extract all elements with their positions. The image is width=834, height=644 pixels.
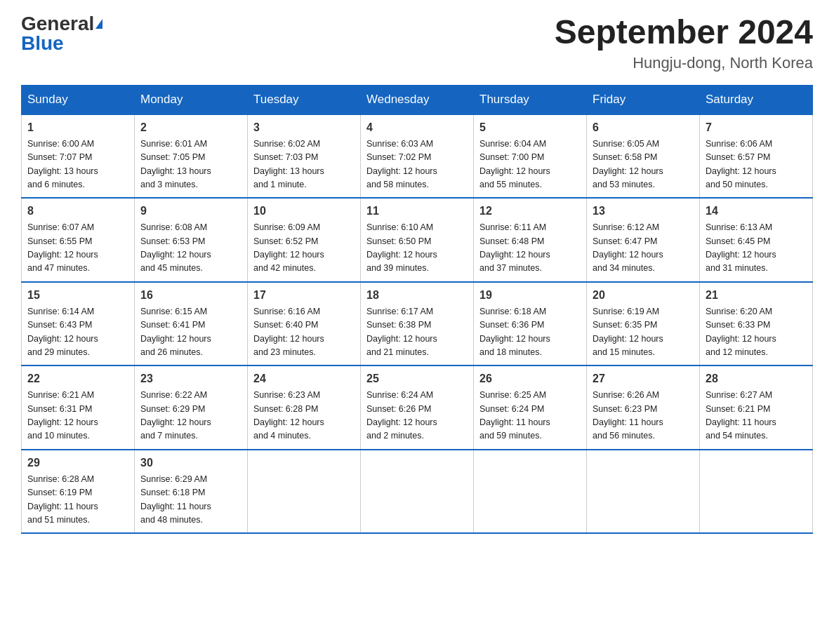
header-wednesday: Wednesday	[361, 85, 474, 114]
calendar-cell: 30Sunrise: 6:29 AM Sunset: 6:18 PM Dayli…	[135, 450, 248, 534]
calendar-cell: 10Sunrise: 6:09 AM Sunset: 6:52 PM Dayli…	[248, 198, 361, 282]
day-info: Sunrise: 6:20 AM Sunset: 6:33 PM Dayligh…	[706, 305, 807, 360]
day-info: Sunrise: 6:08 AM Sunset: 6:53 PM Dayligh…	[140, 221, 241, 276]
logo-general: General	[21, 14, 94, 34]
calendar-cell	[248, 450, 361, 534]
calendar-week-row: 8Sunrise: 6:07 AM Sunset: 6:55 PM Daylig…	[22, 198, 813, 282]
day-info: Sunrise: 6:01 AM Sunset: 7:05 PM Dayligh…	[140, 137, 241, 192]
calendar-cell: 28Sunrise: 6:27 AM Sunset: 6:21 PM Dayli…	[700, 365, 813, 450]
calendar-cell: 22Sunrise: 6:21 AM Sunset: 6:31 PM Dayli…	[22, 365, 135, 450]
day-info: Sunrise: 6:25 AM Sunset: 6:24 PM Dayligh…	[479, 389, 581, 443]
day-number: 19	[479, 287, 581, 304]
day-number: 4	[366, 119, 468, 136]
day-info: Sunrise: 6:17 AM Sunset: 6:38 PM Dayligh…	[366, 305, 468, 360]
day-info: Sunrise: 6:02 AM Sunset: 7:03 PM Dayligh…	[253, 137, 355, 192]
day-number: 23	[140, 370, 241, 387]
calendar-week-row: 29Sunrise: 6:28 AM Sunset: 6:19 PM Dayli…	[22, 450, 813, 534]
calendar-cell: 24Sunrise: 6:23 AM Sunset: 6:28 PM Dayli…	[248, 365, 361, 450]
day-number: 3	[253, 119, 355, 136]
day-info: Sunrise: 6:03 AM Sunset: 7:02 PM Dayligh…	[366, 137, 468, 192]
day-info: Sunrise: 6:13 AM Sunset: 6:45 PM Dayligh…	[706, 221, 807, 276]
calendar-cell	[700, 450, 813, 534]
calendar-header-row: SundayMondayTuesdayWednesdayThursdayFrid…	[22, 85, 813, 114]
calendar-title: September 2024	[555, 14, 813, 51]
calendar-week-row: 1Sunrise: 6:00 AM Sunset: 7:07 PM Daylig…	[22, 114, 813, 199]
logo: General Blue	[21, 14, 102, 53]
calendar-cell: 6Sunrise: 6:05 AM Sunset: 6:58 PM Daylig…	[587, 114, 700, 199]
day-number: 26	[479, 370, 581, 387]
calendar-cell: 13Sunrise: 6:12 AM Sunset: 6:47 PM Dayli…	[587, 198, 700, 282]
calendar-cell: 29Sunrise: 6:28 AM Sunset: 6:19 PM Dayli…	[22, 450, 135, 534]
day-number: 1	[27, 119, 128, 136]
day-number: 27	[593, 370, 694, 387]
calendar-cell: 19Sunrise: 6:18 AM Sunset: 6:36 PM Dayli…	[474, 282, 587, 366]
day-info: Sunrise: 6:24 AM Sunset: 6:26 PM Dayligh…	[366, 389, 468, 443]
day-info: Sunrise: 6:04 AM Sunset: 7:00 PM Dayligh…	[479, 137, 581, 192]
day-number: 30	[140, 455, 241, 471]
calendar-cell: 2Sunrise: 6:01 AM Sunset: 7:05 PM Daylig…	[135, 114, 248, 199]
day-info: Sunrise: 6:06 AM Sunset: 6:57 PM Dayligh…	[706, 137, 807, 192]
day-info: Sunrise: 6:28 AM Sunset: 6:19 PM Dayligh…	[27, 473, 128, 528]
calendar-cell: 7Sunrise: 6:06 AM Sunset: 6:57 PM Daylig…	[700, 114, 813, 199]
day-info: Sunrise: 6:15 AM Sunset: 6:41 PM Dayligh…	[140, 305, 241, 360]
day-info: Sunrise: 6:05 AM Sunset: 6:58 PM Dayligh…	[593, 137, 694, 192]
calendar-cell: 11Sunrise: 6:10 AM Sunset: 6:50 PM Dayli…	[361, 198, 474, 282]
calendar-cell: 12Sunrise: 6:11 AM Sunset: 6:48 PM Dayli…	[474, 198, 587, 282]
calendar-cell: 18Sunrise: 6:17 AM Sunset: 6:38 PM Dayli…	[361, 282, 474, 366]
day-number: 22	[27, 370, 128, 387]
day-number: 18	[366, 287, 468, 304]
calendar-cell	[361, 450, 474, 534]
calendar-cell: 16Sunrise: 6:15 AM Sunset: 6:41 PM Dayli…	[135, 282, 248, 366]
day-info: Sunrise: 6:23 AM Sunset: 6:28 PM Dayligh…	[253, 389, 355, 443]
day-info: Sunrise: 6:26 AM Sunset: 6:23 PM Dayligh…	[593, 389, 694, 443]
page-header: General Blue September 2024 Hungju-dong,…	[21, 14, 813, 72]
day-info: Sunrise: 6:07 AM Sunset: 6:55 PM Dayligh…	[27, 221, 128, 276]
day-info: Sunrise: 6:10 AM Sunset: 6:50 PM Dayligh…	[366, 221, 468, 276]
title-area: September 2024 Hungju-dong, North Korea	[555, 14, 813, 72]
day-number: 24	[253, 370, 355, 387]
day-info: Sunrise: 6:14 AM Sunset: 6:43 PM Dayligh…	[27, 305, 128, 360]
calendar-week-row: 22Sunrise: 6:21 AM Sunset: 6:31 PM Dayli…	[22, 365, 813, 450]
day-number: 8	[27, 203, 128, 220]
day-number: 7	[706, 119, 807, 136]
day-number: 10	[253, 203, 355, 220]
day-number: 6	[593, 119, 694, 136]
header-tuesday: Tuesday	[248, 85, 361, 114]
calendar-cell: 17Sunrise: 6:16 AM Sunset: 6:40 PM Dayli…	[248, 282, 361, 366]
day-info: Sunrise: 6:16 AM Sunset: 6:40 PM Dayligh…	[253, 305, 355, 360]
day-info: Sunrise: 6:22 AM Sunset: 6:29 PM Dayligh…	[140, 389, 241, 443]
calendar-cell: 9Sunrise: 6:08 AM Sunset: 6:53 PM Daylig…	[135, 198, 248, 282]
day-number: 29	[27, 455, 128, 471]
day-number: 9	[140, 203, 241, 220]
calendar-cell: 25Sunrise: 6:24 AM Sunset: 6:26 PM Dayli…	[361, 365, 474, 450]
day-number: 16	[140, 287, 241, 304]
day-number: 11	[366, 203, 468, 220]
header-thursday: Thursday	[474, 85, 587, 114]
calendar-cell: 20Sunrise: 6:19 AM Sunset: 6:35 PM Dayli…	[587, 282, 700, 366]
calendar-cell: 4Sunrise: 6:03 AM Sunset: 7:02 PM Daylig…	[361, 114, 474, 199]
calendar-week-row: 15Sunrise: 6:14 AM Sunset: 6:43 PM Dayli…	[22, 282, 813, 366]
calendar-subtitle: Hungju-dong, North Korea	[555, 54, 813, 72]
day-info: Sunrise: 6:00 AM Sunset: 7:07 PM Dayligh…	[27, 137, 128, 192]
day-number: 5	[479, 119, 581, 136]
calendar-cell: 26Sunrise: 6:25 AM Sunset: 6:24 PM Dayli…	[474, 365, 587, 450]
header-sunday: Sunday	[22, 85, 135, 114]
calendar-cell: 5Sunrise: 6:04 AM Sunset: 7:00 PM Daylig…	[474, 114, 587, 199]
day-number: 14	[706, 203, 807, 220]
day-info: Sunrise: 6:09 AM Sunset: 6:52 PM Dayligh…	[253, 221, 355, 276]
day-number: 25	[366, 370, 468, 387]
logo-blue: Blue	[21, 34, 64, 53]
day-number: 13	[593, 203, 694, 220]
day-number: 28	[706, 370, 807, 387]
calendar-table: SundayMondayTuesdayWednesdayThursdayFrid…	[21, 85, 813, 535]
day-info: Sunrise: 6:12 AM Sunset: 6:47 PM Dayligh…	[593, 221, 694, 276]
calendar-cell: 23Sunrise: 6:22 AM Sunset: 6:29 PM Dayli…	[135, 365, 248, 450]
day-number: 15	[27, 287, 128, 304]
logo-triangle-icon	[95, 19, 102, 29]
calendar-cell	[474, 450, 587, 534]
day-info: Sunrise: 6:18 AM Sunset: 6:36 PM Dayligh…	[479, 305, 581, 360]
day-info: Sunrise: 6:11 AM Sunset: 6:48 PM Dayligh…	[479, 221, 581, 276]
calendar-cell: 14Sunrise: 6:13 AM Sunset: 6:45 PM Dayli…	[700, 198, 813, 282]
header-friday: Friday	[587, 85, 700, 114]
day-info: Sunrise: 6:21 AM Sunset: 6:31 PM Dayligh…	[27, 389, 128, 443]
